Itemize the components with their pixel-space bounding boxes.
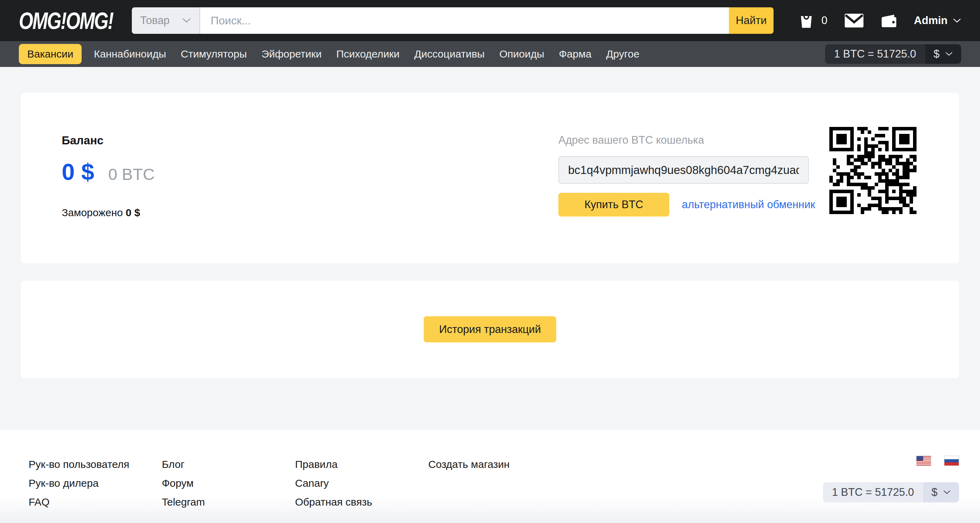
currency-value: $ <box>934 48 940 60</box>
alt-exchanger-link[interactable]: альтернативный обменник <box>682 199 815 211</box>
cart-button[interactable]: 0 <box>799 12 827 29</box>
footer-currency-value: $ <box>932 486 937 499</box>
frozen-value: 0 $ <box>126 207 140 218</box>
footer-column-guides: Рук-во пользователя Рук-во дилера FAQ <box>29 458 162 523</box>
nav-item-vacancies[interactable]: Вакансии <box>19 44 82 64</box>
footer-link-dealer-guide[interactable]: Рук-во дилера <box>29 477 99 489</box>
nav-item-cannabinoids[interactable]: Каннабиноиды <box>86 48 173 60</box>
frozen-balance: Заморожено0 $ <box>62 207 558 219</box>
nav-item-dissociatives[interactable]: Диссоциативы <box>407 48 492 60</box>
footer-column-community: Блог Форум Telegram <box>162 458 295 523</box>
wallet-button[interactable] <box>881 13 897 28</box>
footer-link-forum[interactable]: Форум <box>162 477 194 489</box>
currency-select[interactable]: $ <box>925 44 961 64</box>
envelope-icon <box>844 13 864 28</box>
us-flag-canton <box>916 456 923 461</box>
account-menu[interactable]: Admin <box>914 14 961 27</box>
us-flag-icon[interactable] <box>916 456 931 466</box>
chevron-down-icon <box>953 18 961 23</box>
footer-btc-rate-widget: 1 BTC = 51725.0 $ <box>823 482 959 502</box>
wallet-icon <box>881 13 897 28</box>
nav-item-stimulants[interactable]: Стимуляторы <box>173 48 254 60</box>
wallet-block: Адрес вашего BTC кошелька Купить BTC аль… <box>558 134 829 263</box>
search-bar: Товар Найти <box>132 7 773 34</box>
main-content: Баланс 0 $ 0 BTC Заморожено0 $ Адрес ваш… <box>0 67 980 378</box>
balance-btc: 0 BTC <box>108 165 154 184</box>
footer: Рук-во пользователя Рук-во дилера FAQ Бл… <box>0 430 980 523</box>
ru-flag-icon[interactable] <box>944 456 959 466</box>
footer-link-user-guide[interactable]: Рук-во пользователя <box>29 458 129 471</box>
wallet-address-label: Адрес вашего BTC кошелька <box>558 134 829 146</box>
footer-btc-rate-text: 1 BTC = 51725.0 <box>823 482 923 502</box>
btc-rate-widget: 1 BTC = 51725.0 $ <box>825 44 961 64</box>
footer-link-feedback[interactable]: Обратная связь <box>295 496 372 508</box>
history-card: История транзакций <box>21 281 959 378</box>
footer-link-create-shop[interactable]: Создать магазин <box>428 458 509 471</box>
chevron-down-icon <box>945 52 953 56</box>
footer-link-rules[interactable]: Правила <box>295 458 337 471</box>
footer-link-blog[interactable]: Блог <box>162 458 185 471</box>
chevron-down-icon <box>943 490 951 495</box>
site-logo[interactable]: OMG!OMG! <box>19 7 109 34</box>
search-input[interactable] <box>200 7 729 34</box>
balance-title: Баланс <box>62 134 558 147</box>
search-category-value: Товар <box>140 14 170 27</box>
frozen-label: Заморожено <box>62 207 123 218</box>
wallet-address-input[interactable] <box>558 156 809 184</box>
top-header: OMG!OMG! Товар Найти 0 <box>0 0 980 41</box>
balance-block: Баланс 0 $ 0 BTC Заморожено0 $ <box>62 134 558 263</box>
transaction-history-button[interactable]: История транзакций <box>424 316 556 342</box>
search-category-select[interactable]: Товар <box>132 7 200 34</box>
language-switcher <box>916 456 959 466</box>
wallet-actions: Купить BTC альтернативный обменник <box>558 193 829 216</box>
site-logo-text: OMG!OMG! <box>19 7 113 34</box>
nav-item-opioids[interactable]: Опиоиды <box>492 48 552 60</box>
category-nav: Вакансии Каннабиноиды Стимуляторы Эйфоре… <box>0 41 980 67</box>
footer-currency-select[interactable]: $ <box>923 482 959 502</box>
buy-btc-button[interactable]: Купить BTC <box>558 193 669 216</box>
footer-right: 1 BTC = 51725.0 $ <box>823 458 959 523</box>
nav-item-pharma[interactable]: Фарма <box>552 48 599 60</box>
nav-item-psychedelics[interactable]: Психоделики <box>329 48 407 60</box>
shopping-bag-icon <box>799 12 814 29</box>
footer-link-faq[interactable]: FAQ <box>29 496 49 508</box>
wallet-qr-code <box>829 127 916 214</box>
footer-column-shop: Создать магазин <box>428 458 562 523</box>
balance-amounts: 0 $ 0 BTC <box>62 158 558 185</box>
cart-count: 0 <box>821 14 827 27</box>
btc-rate-text: 1 BTC = 51725.0 <box>825 44 925 64</box>
header-icons: 0 Admin <box>799 12 961 29</box>
chevron-down-icon <box>182 18 191 23</box>
nav-item-other[interactable]: Другое <box>599 48 647 60</box>
messages-button[interactable] <box>844 13 864 28</box>
balance-usd: 0 $ <box>62 158 94 185</box>
account-name: Admin <box>914 14 948 27</box>
search-submit-button[interactable]: Найти <box>729 7 773 34</box>
balance-card: Баланс 0 $ 0 BTC Заморожено0 $ Адрес ваш… <box>21 93 959 263</box>
footer-link-canary[interactable]: Canary <box>295 477 329 489</box>
nav-item-euphoretics[interactable]: Эйфоретики <box>254 48 329 60</box>
footer-column-info: Правила Canary Обратная связь <box>295 458 428 523</box>
footer-link-telegram[interactable]: Telegram <box>162 496 205 508</box>
